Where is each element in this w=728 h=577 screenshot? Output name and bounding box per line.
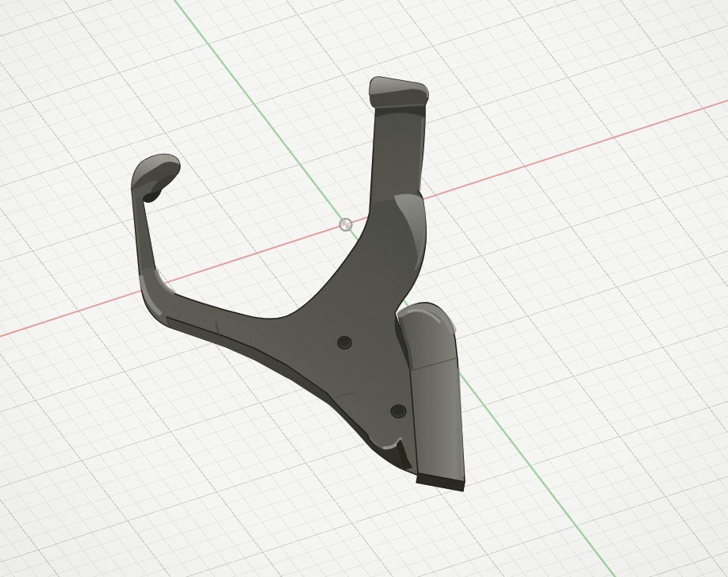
cad-model-hook-bracket[interactable] <box>132 77 465 491</box>
cad-viewport[interactable] <box>0 0 728 577</box>
screw-hole <box>338 337 352 350</box>
origin-marker[interactable] <box>339 219 351 231</box>
screw-hole <box>391 405 406 418</box>
model-upper-arm-face <box>373 109 425 204</box>
model-layer <box>0 0 728 577</box>
